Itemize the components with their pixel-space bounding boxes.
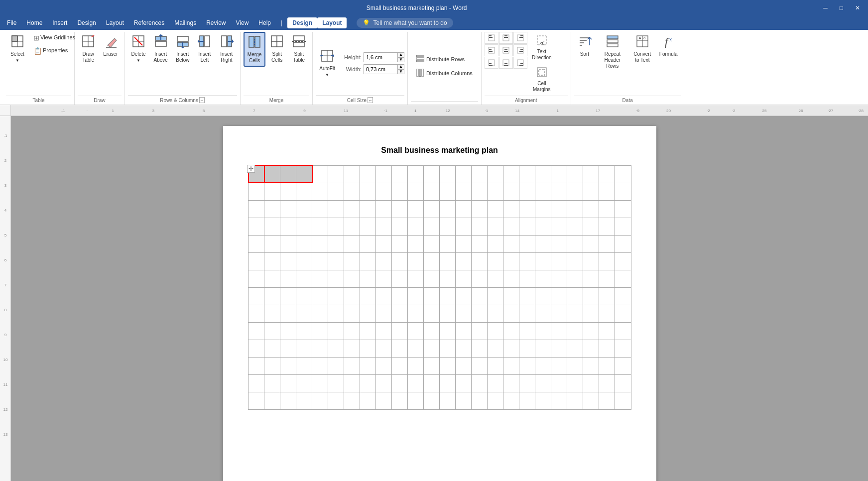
sort-button[interactable]: Sort [574,32,595,60]
table-cell[interactable] [248,322,264,340]
table-cell[interactable] [296,305,312,322]
table-cell[interactable] [519,340,535,357]
table-cell[interactable] [296,392,312,409]
align-mid-center[interactable] [499,44,513,56]
table-cell[interactable] [472,287,488,305]
table-cell[interactable] [599,340,615,357]
tab-design[interactable]: Design [287,17,317,28]
table-cell[interactable] [280,392,296,409]
table-cell[interactable] [360,200,376,218]
table-cell[interactable] [248,200,264,218]
table-cell[interactable] [567,357,583,374]
table-cell[interactable] [488,270,503,287]
table-cell[interactable] [376,340,392,357]
table-cell[interactable] [376,183,392,200]
menu-view[interactable]: View [231,17,254,28]
table-cell[interactable] [360,392,376,409]
table-cell[interactable] [519,183,535,200]
table-cell[interactable] [360,305,376,322]
table-cell[interactable] [360,183,376,200]
table-cell[interactable] [312,270,328,287]
view-gridlines-button[interactable]: ⊞ View Gridlines [30,32,71,44]
table-cell[interactable] [280,340,296,357]
table-cell[interactable] [488,392,503,409]
table-cell[interactable] [408,183,424,200]
table-cell[interactable] [535,165,551,183]
align-mid-left[interactable] [485,44,498,56]
table-cell[interactable] [535,340,551,357]
align-bot-left[interactable] [485,57,498,69]
menu-references[interactable]: References [129,17,169,28]
table-cell[interactable] [392,200,408,218]
table-cell[interactable] [472,165,488,183]
table-cell[interactable] [583,305,599,322]
table-cell[interactable] [615,305,631,322]
table-cell[interactable] [376,322,392,340]
table-cell[interactable] [376,374,392,392]
table-cell[interactable] [360,235,376,252]
table-cell[interactable] [264,305,280,322]
table-cell[interactable] [567,287,583,305]
table-cell[interactable] [264,252,280,270]
table-cell[interactable] [296,165,312,183]
table-cell[interactable] [440,340,456,357]
table-cell[interactable] [503,340,519,357]
table-cell[interactable] [296,218,312,235]
insert-above-button[interactable]: InsertAbove [150,32,171,66]
table-cell[interactable] [519,270,535,287]
table-cell[interactable] [360,165,376,183]
table-cell[interactable] [408,270,424,287]
insert-left-button[interactable]: InsertLeft [194,32,215,66]
table-cell[interactable] [472,392,488,409]
table-cell[interactable] [567,218,583,235]
table-cell[interactable] [519,165,535,183]
table-cell[interactable] [472,374,488,392]
cell-size-expand-icon[interactable]: ⌐ [368,97,373,103]
table-cell[interactable] [488,305,503,322]
table-cell[interactable] [535,305,551,322]
table-cell[interactable] [488,287,503,305]
table-cell[interactable] [472,200,488,218]
table-cell[interactable] [567,340,583,357]
distribute-cols-button[interactable]: Distribute Columns [413,67,476,79]
table-cell[interactable] [376,218,392,235]
table-cell[interactable] [296,252,312,270]
table-cell[interactable] [344,305,360,322]
table-cell[interactable] [440,305,456,322]
table-cell[interactable] [424,287,440,305]
table-cell[interactable] [424,252,440,270]
table-cell[interactable] [440,165,456,183]
table-cell[interactable] [328,305,344,322]
table-cell[interactable] [551,183,567,200]
align-mid-right[interactable] [513,44,527,56]
table-cell[interactable] [424,183,440,200]
table-cell[interactable] [248,357,264,374]
table-cell[interactable] [264,374,280,392]
table-cell[interactable] [344,270,360,287]
table-cell[interactable] [567,322,583,340]
table-cell[interactable] [567,305,583,322]
table-cell[interactable] [567,392,583,409]
distribute-rows-button[interactable]: Distribute Rows [413,53,468,65]
table-cell[interactable] [360,374,376,392]
table-cell[interactable] [312,374,328,392]
table-cell[interactable] [503,165,519,183]
table-cell[interactable] [551,270,567,287]
table-cell[interactable] [280,357,296,374]
eraser-button[interactable]: Eraser [100,32,121,60]
table-cell[interactable] [456,357,472,374]
table-cell[interactable] [599,357,615,374]
table-cell[interactable] [344,252,360,270]
menu-help[interactable]: Help [253,17,276,28]
table-cell[interactable] [296,200,312,218]
table-cell[interactable] [599,218,615,235]
table-cell[interactable] [280,218,296,235]
table-cell[interactable] [392,322,408,340]
table-cell[interactable] [328,200,344,218]
table-cell[interactable] [280,183,296,200]
table-cell[interactable] [248,270,264,287]
menu-design[interactable]: Design [72,17,101,28]
table-cell[interactable] [376,235,392,252]
table-cell[interactable] [519,235,535,252]
maximize-btn[interactable]: □ [836,4,847,11]
